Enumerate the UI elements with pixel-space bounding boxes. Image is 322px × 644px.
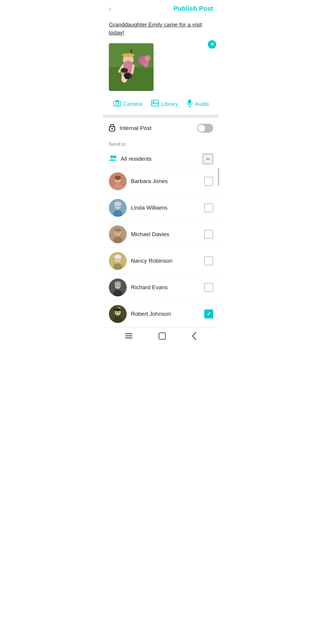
svg-point-67 [117,307,119,308]
svg-point-3 [145,55,151,61]
section-divider [103,115,219,118]
post-text[interactable]: Granddaughter Emily came for a visit tod… [109,21,213,37]
resident-name: Michael Davies [131,231,200,238]
photo-svg [109,43,154,91]
deselect-all-button[interactable]: − [202,154,213,164]
svg-point-5 [144,63,148,68]
camera-button[interactable]: Camera [113,100,143,108]
audio-button[interactable]: Audio [187,99,209,109]
svg-point-47 [119,233,120,233]
nav-home-button[interactable] [158,332,166,342]
svg-line-12 [132,66,134,73]
linda-avatar-svg [109,199,127,217]
avatar [109,199,127,217]
svg-point-39 [114,202,121,206]
svg-rect-20 [116,100,119,102]
send-to-label: Send to: [109,142,213,147]
resident-checkbox[interactable] [204,203,213,212]
residents-list: Barbara Jones Linda Williams [103,168,219,327]
media-toolbar: Camera Library Audio [103,94,219,115]
svg-point-59 [119,286,120,287]
avatar [109,172,127,190]
svg-point-68 [115,308,117,309]
send-to-section: Send to: All residents − [103,139,219,168]
resident-checkbox[interactable] [204,256,213,265]
svg-point-69 [116,312,117,313]
publish-button[interactable]: Publish Post [174,5,213,13]
nav-back-button[interactable] [191,332,197,342]
residents-list-wrapper: Barbara Jones Linda Williams [103,168,219,327]
svg-point-29 [113,155,116,158]
menu-lines-icon [125,333,133,339]
avatar [109,225,127,243]
nav-menu-button[interactable] [125,333,133,341]
resident-checkbox[interactable] [204,177,213,186]
bottom-navigation [103,327,219,348]
camera-svg [113,100,121,106]
scroll-indicator [218,168,219,186]
camera-label: Camera [123,101,143,107]
resident-name: Richard Evans [131,284,200,291]
internal-post-row: Internal Post [103,118,219,139]
list-item: Barbara Jones [103,168,219,195]
camera-icon [113,100,121,108]
svg-rect-74 [159,333,165,339]
photo-remove-button[interactable]: ✕ [208,40,216,49]
header: ‹ Publish Post [103,0,219,16]
internal-post-label: Internal Post [120,125,193,131]
svg-point-33 [114,176,121,180]
people-svg [109,155,117,161]
svg-point-53 [119,259,120,260]
audio-label: Audio [195,101,209,107]
lock-icon [109,123,115,133]
library-button[interactable]: Library [151,100,178,108]
svg-point-41 [119,206,120,207]
nancy-avatar-svg [109,252,127,270]
list-item: Richard Evans [103,274,219,301]
back-button[interactable]: ‹ [109,5,112,13]
svg-point-46 [116,233,117,233]
list-item: Linda Williams [103,195,219,221]
resident-checkbox[interactable] [204,309,213,318]
svg-rect-9 [124,53,133,57]
svg-point-27 [112,128,113,130]
svg-rect-23 [188,100,191,104]
resident-name: Nancy Robinson [131,258,200,264]
svg-point-70 [119,312,120,313]
microphone-icon [187,99,193,109]
svg-rect-71 [125,333,132,334]
avatar [109,305,127,323]
mic-svg [187,99,193,107]
internal-post-toggle[interactable] [197,124,213,133]
resident-name: Barbara Jones [131,178,200,185]
back-chevron-icon [191,332,197,340]
toggle-slider [197,124,213,133]
svg-point-45 [114,228,121,232]
photo-preview: ✕ [109,43,213,91]
avatar [109,252,127,270]
svg-point-35 [119,179,120,180]
resident-checkbox[interactable] [204,283,213,292]
svg-point-34 [116,179,117,180]
richard-avatar-svg [109,278,127,296]
svg-point-14 [121,68,128,73]
svg-point-58 [116,286,117,287]
barbara-avatar-svg [109,172,127,190]
svg-point-40 [116,206,117,207]
resident-checkbox[interactable] [204,230,213,239]
svg-rect-17 [125,75,130,79]
list-item: Michael Davies [103,221,219,248]
svg-point-4 [138,56,145,63]
home-square-icon [158,332,166,340]
svg-rect-72 [125,335,132,336]
svg-point-28 [110,155,113,158]
michael-avatar-svg [109,225,127,243]
svg-point-19 [116,102,119,105]
svg-point-57 [114,281,121,285]
library-label: Library [161,101,178,107]
resident-name: Robert Johnson [131,311,200,317]
all-residents-row: All residents − [109,150,213,168]
resident-name: Linda Williams [131,205,200,211]
svg-point-52 [116,259,117,260]
list-item: Nancy Robinson [103,248,219,274]
